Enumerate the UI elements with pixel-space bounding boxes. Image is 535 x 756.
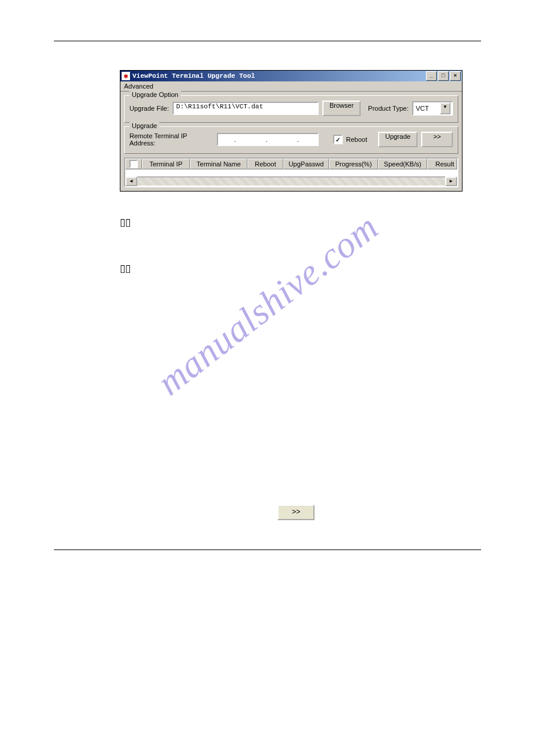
remote-ip-input[interactable]: ... xyxy=(217,133,319,146)
note5-n2: Reboot: If you select Reboot, the MCU au… xyxy=(176,484,449,496)
inline-more-button[interactable]: >> xyxy=(277,505,315,520)
bottom-rule xyxy=(54,549,481,550)
step5-label: Step 5 xyxy=(126,336,156,532)
maximize-button[interactable]: □ xyxy=(438,71,449,81)
note4-b1: VCT: 8000 series MCUs. xyxy=(151,287,236,299)
footer-center: Huawei Technologies Proprietary xyxy=(247,555,343,562)
col-checkbox[interactable] xyxy=(125,159,142,169)
body-text: Step 3 Click <Browser> to select the upg… xyxy=(126,199,461,532)
step4-label: Step 4 xyxy=(126,245,156,257)
scroll-track[interactable] xyxy=(137,177,445,186)
table-body xyxy=(125,169,457,177)
note3-text: Upgrade files are named "xxx.dat". xyxy=(139,228,250,239)
product-type-select[interactable]: VCT ▼ xyxy=(412,101,453,116)
titlebar[interactable]: ✱ ViewPoint Terminal Upgrade Tool _ □ × xyxy=(120,71,462,81)
product-type-label: Product Type: xyxy=(368,105,409,112)
note5-more-pre: To upgrade multiple MCUs, click xyxy=(164,507,277,516)
sub-a-n: a) xyxy=(164,377,170,388)
col-terminal-name[interactable]: Terminal Name xyxy=(190,159,247,169)
close-button[interactable]: × xyxy=(450,71,461,81)
upgrade-file-input[interactable]: D:\R11soft\R11\VCT.dat xyxy=(173,102,319,115)
header-right: 7 Maintenance and Upgrade xyxy=(398,30,481,37)
step4-text: Select the equipment to be upgraded. xyxy=(164,245,461,257)
col-terminal-ip[interactable]: Terminal IP xyxy=(142,159,190,169)
minimize-button[interactable]: _ xyxy=(426,71,437,81)
remote-ip-label: Remote Terminal IP Address: xyxy=(129,132,213,147)
col-result[interactable]: Result xyxy=(427,159,457,169)
header-left: Administrator Guide xyxy=(54,30,112,37)
step5-text: Type the IP address of the endpoint in t… xyxy=(164,336,461,348)
col-speed[interactable]: Speed(KB/s) xyxy=(378,159,427,169)
note3-label: Note: xyxy=(139,217,250,229)
sub-c-n: c) xyxy=(164,428,170,451)
more-button[interactable]: >> xyxy=(421,132,453,147)
menu-advanced[interactable]: Advanced xyxy=(120,81,462,92)
col-reboot[interactable]: Reboot xyxy=(247,159,283,169)
upgrade-file-label: Upgrade File: xyxy=(129,105,169,112)
note4-b2: 822X: 8220 MCUs. xyxy=(151,302,217,314)
upgrade-option-group: Upgrade Option Upgrade File: D:\R11soft\… xyxy=(124,95,458,123)
col-upg-passwd[interactable]: UpgPasswd xyxy=(283,159,329,169)
note4-label: Note: xyxy=(139,263,294,275)
book-icon: ▯▯ xyxy=(120,263,132,274)
top-rule xyxy=(54,41,481,41)
sub-b-n: b) xyxy=(164,391,170,426)
reboot-checkbox[interactable]: ✓ xyxy=(333,135,343,144)
terminal-table: Terminal IP Terminal Name Reboot UpgPass… xyxy=(124,157,458,187)
upgrade-option-legend: Upgrade Option xyxy=(129,91,181,98)
footer-right: 7-9 xyxy=(471,555,481,562)
product-type-value: VCT xyxy=(416,105,436,112)
window-title: ViewPoint Terminal Upgrade Tool xyxy=(132,72,425,80)
note5-label: Note: xyxy=(164,456,461,468)
step3-text: Click <Browser> to select the upgrade fi… xyxy=(164,199,461,211)
col-progress[interactable]: Progress(%) xyxy=(329,159,378,169)
upgrade-group: Upgrade Remote Terminal IP Address: ... … xyxy=(124,126,458,154)
scroll-left-button[interactable]: ◄ xyxy=(125,177,137,186)
note4-text: Three types of equipment are supported: xyxy=(139,274,294,285)
browser-button[interactable]: Browser xyxy=(322,101,361,116)
header-checkbox[interactable] xyxy=(129,160,138,168)
sub-b: Right-click this endpoint, and then sele… xyxy=(176,391,461,426)
book-icon: ▯▯ xyxy=(120,217,132,227)
note5-n1: Remote Terminal IP Address: the IP addre… xyxy=(176,470,427,482)
reboot-label: Reboot xyxy=(346,136,367,143)
note4-b3: Terminal: ViewPoint 8033/8036 terminals. xyxy=(151,315,294,327)
figure-caption: Figure 7-5 Upgrade program — default int… xyxy=(126,59,481,66)
sub-c: In the Terminal IP and Terminal Name fie… xyxy=(176,428,461,451)
table-header: Terminal IP Terminal Name Reboot UpgPass… xyxy=(125,159,457,169)
step3-label: Step 3 xyxy=(126,199,156,211)
chevron-down-icon[interactable]: ▼ xyxy=(440,102,451,114)
app-icon: ✱ xyxy=(122,72,130,80)
step5-copy: If you want to copy the configuration of… xyxy=(164,351,461,374)
sub-a: Configure the parameters for this endpoi… xyxy=(176,377,324,388)
footer-left: Issue 03 (2008-05-30) xyxy=(54,555,119,562)
scroll-right-button[interactable]: ► xyxy=(445,177,457,186)
upgrade-button[interactable]: Upgrade xyxy=(378,132,418,147)
upgrade-legend: Upgrade xyxy=(129,122,159,129)
horizontal-scrollbar[interactable]: ◄ ► xyxy=(125,177,457,186)
upgrade-tool-window: ✱ ViewPoint Terminal Upgrade Tool _ □ × … xyxy=(120,70,463,192)
